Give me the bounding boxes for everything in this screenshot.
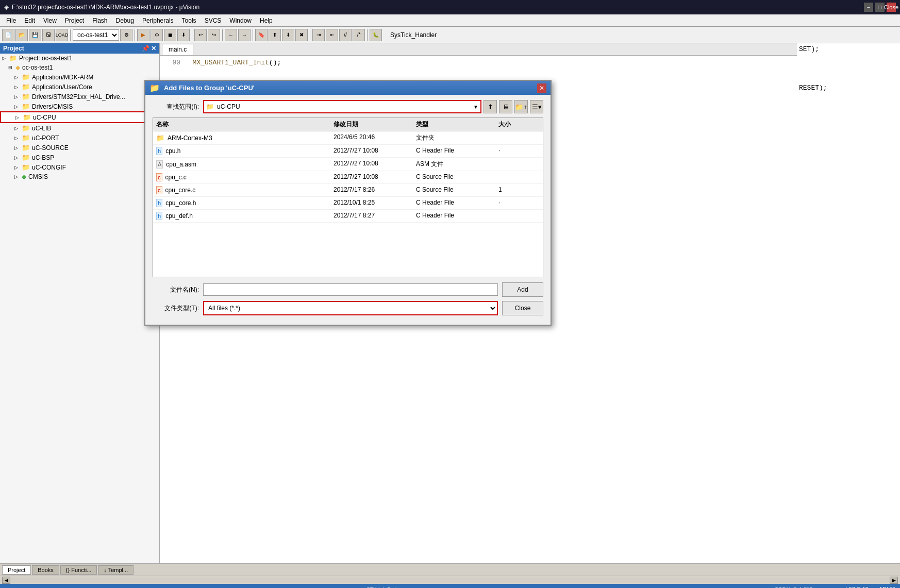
comment-btn[interactable]: // <box>339 29 352 41</box>
download-btn[interactable]: ⬇ <box>177 29 190 41</box>
scroll-track[interactable] <box>10 578 890 583</box>
file-list-item[interactable]: c cpu_c.c 2012/7/27 10:08 C Source File <box>153 171 543 184</box>
file-list-item[interactable]: A cpu_a.asm 2012/7/27 10:08 ASM 文件 <box>153 158 543 171</box>
folder-icon: 📁 <box>156 134 164 142</box>
tree-uc-lib-label: uC-LIB <box>32 125 51 132</box>
sep3 <box>192 29 192 41</box>
menu-help[interactable]: Help <box>256 16 277 25</box>
nav-desktop-btn[interactable]: 🖥 <box>499 100 512 113</box>
debug-icon-btn[interactable]: 🐛 <box>370 29 382 41</box>
file-list-item[interactable]: h cpu_core.h 2012/10/1 8:25 C Header Fil… <box>153 197 543 210</box>
file-list-item[interactable]: 📁 ARM-Cortex-M3 2024/6/5 20:46 文件夹 <box>153 131 543 145</box>
jump-back-btn[interactable]: ← <box>225 29 237 41</box>
tree-uc-cpu[interactable]: ▷ 📁 uC-CPU <box>0 111 159 123</box>
filename-input[interactable] <box>203 283 498 296</box>
tree-project[interactable]: ⊟ ◆ oc-os-test1 <box>0 63 159 72</box>
nav-view-btn[interactable]: ☰▾ <box>530 100 543 113</box>
close-button[interactable]: Close <box>502 301 543 315</box>
save-btn[interactable]: 💾 <box>29 29 41 41</box>
close-button[interactable]: Close <box>887 3 896 12</box>
menu-project[interactable]: Project <box>61 16 88 25</box>
file-list-item[interactable]: h cpu_def.h 2012/7/17 8:27 C Header File <box>153 210 543 223</box>
tree-uc-config[interactable]: ▷ 📁 uC-CONGIF <box>0 162 159 172</box>
tree-cmsis[interactable]: ▷ ◆ CMSIS <box>0 172 159 181</box>
undo-btn[interactable]: ↩ <box>194 29 207 41</box>
menu-flash[interactable]: Flash <box>88 16 111 25</box>
tree-root[interactable]: ▷ 📁 Project: oc-os-test1 <box>0 54 159 63</box>
save-all-btn[interactable]: 🖫 <box>42 29 55 41</box>
bottom-tab-books[interactable]: Books <box>32 565 59 575</box>
open-btn[interactable]: 📂 <box>15 29 28 41</box>
location-dropdown[interactable]: 📁 uC-CPU ▼ <box>203 100 481 113</box>
dialog-close-button[interactable]: ✕ <box>537 83 546 93</box>
bookmark-btn[interactable]: 🔖 <box>255 29 268 41</box>
menu-window[interactable]: Window <box>225 16 256 25</box>
expand-icon-uc-bsp: ▷ <box>14 155 20 160</box>
bottom-tab-project[interactable]: Project <box>2 565 31 575</box>
scroll-left-btn[interactable]: ◀ <box>2 577 10 584</box>
stop-btn[interactable]: ◼ <box>164 29 176 41</box>
expand-icon: ▷ <box>2 56 7 61</box>
unindent-btn[interactable]: ⇤ <box>326 29 338 41</box>
target-options-btn[interactable]: ⚙ <box>120 29 132 41</box>
sep5 <box>253 29 253 41</box>
bottom-tab-templ[interactable]: ↓ Templ... <box>98 565 134 575</box>
uncomment-btn[interactable]: /* <box>353 29 365 41</box>
jump-fwd-btn[interactable]: → <box>238 29 251 41</box>
clear-bookmarks-btn[interactable]: ✖ <box>295 29 308 41</box>
file-item-name: h cpu.h <box>156 147 334 155</box>
file-date: 2024/6/5 20:46 <box>334 133 416 142</box>
dropdown-arrow-icon: ▼ <box>473 104 478 110</box>
horizontal-scrollbar[interactable]: ◀ ▶ <box>0 576 900 584</box>
file-list-item[interactable]: c cpu_core.c 2012/7/17 8:26 C Source Fil… <box>153 184 543 197</box>
file-list-container[interactable]: 名称 修改日期 类型 大小 📁 ARM-Cortex-M3 2024/6/5 2… <box>153 117 543 277</box>
menu-bar: File Edit View Project Flash Debug Perip… <box>0 14 900 27</box>
tab-main-c[interactable]: main.c <box>162 44 193 55</box>
build-btn[interactable]: ▶ <box>137 29 149 41</box>
redo-btn[interactable]: ↪ <box>208 29 220 41</box>
new-btn[interactable]: 📄 <box>2 29 14 41</box>
tree-app-user[interactable]: ▷ 📁 Application/User/Core <box>0 82 159 92</box>
file-date: 2012/7/17 8:26 <box>334 186 416 194</box>
file-date: 2012/7/27 10:08 <box>334 173 416 181</box>
tree-app-user-label: Application/User/Core <box>32 83 92 91</box>
tree-uc-lib[interactable]: ▷ 📁 uC-LIB <box>0 123 159 133</box>
file-date: 2012/7/27 10:08 <box>334 147 416 155</box>
file-list-header: 名称 修改日期 类型 大小 <box>153 118 543 131</box>
tree-drivers-hal[interactable]: ▷ 📁 Drivers/STM32F1xx_HAL_Drive... <box>0 92 159 102</box>
menu-view[interactable]: View <box>39 16 61 25</box>
tree-uc-source[interactable]: ▷ 📁 uC-SOURCE <box>0 143 159 153</box>
tree-app-mdk[interactable]: ▷ 📁 Application/MDK-ARM <box>0 72 159 82</box>
tree-drivers-cmsis[interactable]: ▷ 📁 Drivers/CMSIS <box>0 102 159 111</box>
project-icon: 📁 <box>9 55 17 62</box>
menu-peripherals[interactable]: Peripherals <box>138 16 178 25</box>
load-btn[interactable]: LOAD <box>56 29 68 41</box>
target-dropdown[interactable]: oc-os-test1 <box>73 29 119 41</box>
scroll-right-btn[interactable]: ▶ <box>890 577 898 584</box>
menu-svcs[interactable]: SVCS <box>201 16 226 25</box>
tree-uc-cpu-label: uC-CPU <box>33 114 56 121</box>
nav-up-btn[interactable]: ⬆ <box>484 100 497 113</box>
tree-uc-bsp[interactable]: ▷ 📁 uC-BSP <box>0 153 159 162</box>
file-size <box>498 133 540 142</box>
minimize-button[interactable]: − <box>864 3 873 12</box>
maximize-button[interactable]: □ <box>875 3 885 12</box>
file-item-name: h cpu_def.h <box>156 212 334 220</box>
file-type: ASM 文件 <box>416 160 498 169</box>
menu-edit[interactable]: Edit <box>20 16 39 25</box>
next-bookmark-btn[interactable]: ⬇ <box>282 29 294 41</box>
tree-uc-port[interactable]: ▷ 📁 uC-PORT <box>0 133 159 143</box>
add-button[interactable]: Add <box>502 282 543 297</box>
bottom-tab-functi[interactable]: {} Functi... <box>60 565 97 575</box>
prev-bookmark-btn[interactable]: ⬆ <box>269 29 281 41</box>
menu-tools[interactable]: Tools <box>178 16 201 25</box>
dialog-title-icon: 📁 <box>149 83 160 93</box>
rebuild-btn[interactable]: ⚙ <box>151 29 163 41</box>
file-list-item[interactable]: h cpu.h 2012/7/27 10:08 C Header File · <box>153 145 543 158</box>
nav-new-folder-btn[interactable]: 📁+ <box>514 100 528 113</box>
filetype-select[interactable]: All files (*.*) <box>203 301 498 315</box>
menu-debug[interactable]: Debug <box>112 16 138 25</box>
indent-btn[interactable]: ⇥ <box>312 29 325 41</box>
c-file-icon: c <box>156 173 162 181</box>
menu-file[interactable]: File <box>2 16 20 25</box>
